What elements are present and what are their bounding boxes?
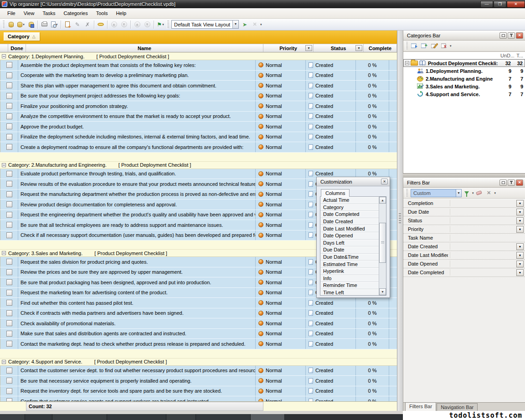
tab-filters-bar[interactable]: Filters Bar — [405, 402, 436, 411]
status-filter-icon[interactable]: ▼ — [355, 45, 362, 51]
task-row[interactable]: Finalize your positioning and promotion … — [0, 101, 397, 112]
column-item-date-completed[interactable]: Date Completed — [320, 211, 379, 218]
delete-category-button[interactable]: x — [440, 41, 449, 50]
task-row[interactable]: Approve the product budget.NormalCreated… — [0, 122, 397, 132]
task-done-checkbox[interactable] — [6, 300, 12, 306]
customization-title-bar[interactable]: Customization ✕ — [317, 177, 390, 186]
menu-help[interactable]: Help — [112, 9, 130, 17]
move-up-icon[interactable]: ▲ — [109, 20, 118, 29]
menu-tasks[interactable]: Tasks — [39, 9, 59, 17]
scroll-down-icon[interactable]: ▼ — [379, 288, 386, 295]
task-done-checkbox[interactable] — [6, 134, 12, 140]
open-database-icon[interactable]: ▾ — [16, 20, 26, 29]
column-item-actual-time[interactable]: Actual Time — [320, 197, 379, 204]
menu-tools[interactable]: Tools — [93, 9, 112, 17]
apply-layout-button[interactable]: ➤ — [240, 20, 249, 29]
save-database-icon[interactable] — [26, 20, 36, 29]
column-item-reminder-time[interactable]: Reminder Time — [320, 282, 379, 289]
task-done-checkbox[interactable] — [6, 82, 12, 88]
panel-window-button[interactable] — [499, 32, 507, 39]
task-row[interactable]: Request the inventory dept. for service … — [0, 386, 397, 397]
priority-column-header[interactable]: Priority ▼ — [263, 44, 314, 52]
horizontal-splitter[interactable] — [403, 173, 525, 178]
undone-column-header[interactable]: UnD... — [500, 53, 514, 58]
chevron-down-icon[interactable]: ▼ — [456, 190, 461, 197]
task-done-checkbox[interactable] — [6, 62, 12, 68]
filter-dropdown-icon[interactable]: ▼ — [516, 200, 524, 207]
new-task-icon[interactable] — [63, 20, 72, 29]
toolbar-overflow-icon[interactable]: ▾ — [260, 23, 262, 26]
task-row[interactable]: Create a deployment roadmap to ensure al… — [0, 142, 397, 153]
task-done-checkbox[interactable] — [6, 181, 12, 187]
tab-columns[interactable]: Columns — [321, 189, 350, 197]
scroll-up-icon[interactable]: ▲ — [379, 197, 386, 204]
filter-row-date-completed[interactable]: Date Completed▼ — [403, 268, 525, 277]
task-done-checkbox[interactable] — [6, 144, 12, 150]
column-item-date-created[interactable]: Date Created — [320, 218, 379, 225]
column-item-time-left[interactable]: Time Left — [320, 289, 379, 295]
customization-close-icon[interactable]: ✕ — [381, 179, 388, 184]
task-row[interactable]: Find out whether this content has passed… — [0, 298, 397, 308]
print-icon[interactable] — [40, 20, 49, 29]
clear-filter-button[interactable] — [474, 189, 484, 197]
task-row[interactable]: Contact the customer service dept. to fi… — [0, 366, 397, 376]
collapse-group-icon[interactable] — [2, 54, 6, 58]
task-done-checkbox[interactable] — [6, 222, 12, 228]
column-item-due-date[interactable]: Due Date — [320, 246, 379, 254]
task-done-checkbox[interactable] — [6, 368, 12, 374]
menu-file[interactable]: File — [4, 9, 19, 17]
status-column-header[interactable]: Status ▼ — [314, 44, 364, 52]
task-row[interactable]: Be sure that necessary service equipment… — [0, 376, 397, 386]
categories-toolbar-overflow-icon[interactable]: ▾ — [450, 44, 452, 48]
tree-item[interactable]: 2.Manufacturing and Engine77 — [403, 75, 525, 82]
new-database-icon[interactable] — [6, 20, 15, 29]
column-item-estimated-time[interactable]: Estimated Time — [320, 261, 379, 268]
filter-row-priority[interactable]: Priority▼ — [403, 225, 525, 234]
column-item-days-left[interactable]: Days Left — [320, 240, 379, 247]
category-group-row[interactable]: Category: 4.Support and Service.[ Produc… — [0, 358, 397, 366]
panel-close-button[interactable]: ✕ — [516, 32, 523, 39]
collapse-group-icon[interactable] — [2, 251, 6, 255]
task-row[interactable]: Check if contracts with media partners a… — [0, 308, 397, 319]
complete-column-header[interactable]: Complete — [364, 44, 397, 52]
toolbar-grip-2[interactable] — [167, 20, 169, 29]
tree-item[interactable]: 3.Sales and Marketing.99 — [403, 82, 525, 90]
collapse-group-icon[interactable] — [2, 360, 6, 364]
task-done-checkbox[interactable] — [6, 232, 12, 238]
chevron-down-icon[interactable]: ▼ — [232, 20, 238, 28]
new-checklist-button[interactable] — [410, 41, 419, 50]
column-item-info[interactable]: Info — [320, 275, 379, 282]
collapse-group-icon[interactable] — [2, 163, 6, 167]
category-group-row[interactable]: Category: 2.Manufacturing and Engineerin… — [0, 161, 397, 169]
toolbar-grip[interactable] — [2, 20, 5, 29]
filter-row-date-opened[interactable]: Date Opened▼ — [403, 260, 525, 268]
filters-close-button[interactable]: ✕ — [516, 179, 523, 186]
column-item-due-date-time[interactable]: Due Date&Time — [320, 254, 379, 261]
task-row[interactable]: Make sure that sales and distribution ag… — [0, 329, 397, 339]
task-row[interactable]: Finalize the deployment schedule includi… — [0, 132, 397, 143]
filter-dropdown-icon[interactable]: ▼ — [516, 217, 524, 224]
filter-menu-icon[interactable]: ▾ — [472, 191, 474, 195]
filter-dropdown-icon[interactable]: ▼ — [516, 269, 524, 276]
collapse-all-icon[interactable]: ▼ — [143, 20, 152, 29]
add-category-button[interactable]: + — [420, 41, 429, 50]
complete-task-icon[interactable] — [96, 20, 105, 29]
filters-pin-button[interactable] — [508, 179, 515, 186]
print-preview-icon[interactable]: ▾ — [50, 20, 59, 29]
filter-row-due-date[interactable]: Due Date▼ — [403, 208, 525, 216]
close-button[interactable]: ✕ — [507, 1, 525, 8]
task-done-checkbox[interactable] — [6, 103, 12, 109]
filters-toolbar-overflow-icon[interactable]: ▾ — [494, 191, 496, 195]
filter-dropdown-icon[interactable]: ▼ — [516, 252, 524, 259]
move-down-icon[interactable]: ▼ — [119, 20, 129, 29]
edit-category-button[interactable] — [430, 41, 439, 50]
categories-toolbar-grip[interactable] — [406, 42, 408, 50]
filter-row-date-created[interactable]: Date Created▼ — [403, 242, 525, 251]
task-done-checkbox[interactable] — [6, 378, 12, 384]
task-done-checkbox[interactable] — [6, 171, 12, 177]
task-done-checkbox[interactable] — [6, 310, 12, 316]
vertical-splitter[interactable] — [397, 31, 403, 411]
panel-pin-button[interactable] — [508, 32, 515, 39]
apply-filter-button[interactable] — [462, 189, 471, 197]
filters-window-button[interactable] — [499, 179, 507, 186]
